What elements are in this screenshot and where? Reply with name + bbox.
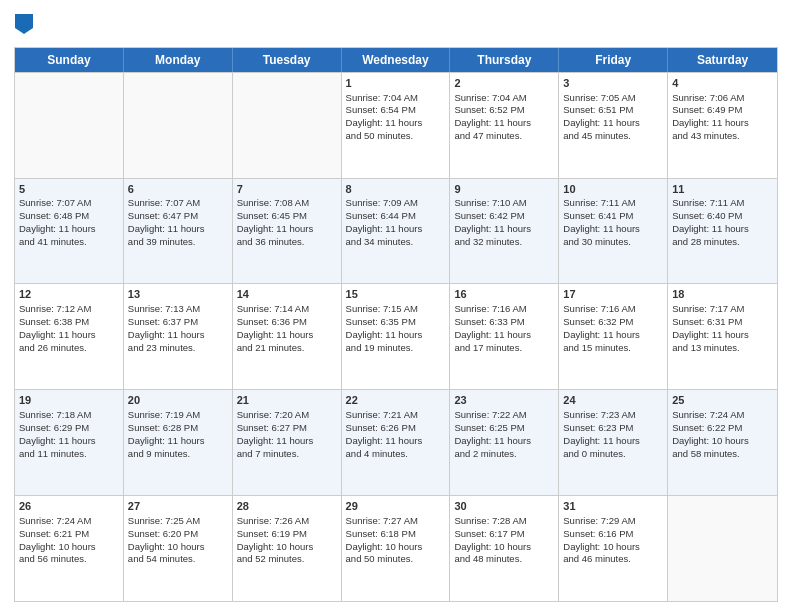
cal-cell: 11Sunrise: 7:11 AM Sunset: 6:40 PM Dayli…: [668, 179, 777, 284]
cal-cell: [15, 73, 124, 178]
day-info: Sunrise: 7:07 AM Sunset: 6:48 PM Dayligh…: [19, 197, 119, 248]
day-number: 22: [346, 393, 446, 408]
cal-cell: [124, 73, 233, 178]
day-info: Sunrise: 7:13 AM Sunset: 6:37 PM Dayligh…: [128, 303, 228, 354]
day-number: 3: [563, 76, 663, 91]
day-number: 13: [128, 287, 228, 302]
header-day-thursday: Thursday: [450, 48, 559, 72]
day-info: Sunrise: 7:04 AM Sunset: 6:52 PM Dayligh…: [454, 92, 554, 143]
svg-marker-0: [15, 14, 33, 34]
cal-cell: 18Sunrise: 7:17 AM Sunset: 6:31 PM Dayli…: [668, 284, 777, 389]
cal-cell: 14Sunrise: 7:14 AM Sunset: 6:36 PM Dayli…: [233, 284, 342, 389]
cal-cell: 2Sunrise: 7:04 AM Sunset: 6:52 PM Daylig…: [450, 73, 559, 178]
day-info: Sunrise: 7:27 AM Sunset: 6:18 PM Dayligh…: [346, 515, 446, 566]
cal-cell: 16Sunrise: 7:16 AM Sunset: 6:33 PM Dayli…: [450, 284, 559, 389]
cal-cell: 17Sunrise: 7:16 AM Sunset: 6:32 PM Dayli…: [559, 284, 668, 389]
calendar-body: 1Sunrise: 7:04 AM Sunset: 6:54 PM Daylig…: [15, 72, 777, 601]
day-number: 31: [563, 499, 663, 514]
day-info: Sunrise: 7:28 AM Sunset: 6:17 PM Dayligh…: [454, 515, 554, 566]
day-number: 9: [454, 182, 554, 197]
day-info: Sunrise: 7:25 AM Sunset: 6:20 PM Dayligh…: [128, 515, 228, 566]
day-info: Sunrise: 7:16 AM Sunset: 6:33 PM Dayligh…: [454, 303, 554, 354]
day-info: Sunrise: 7:14 AM Sunset: 6:36 PM Dayligh…: [237, 303, 337, 354]
day-number: 28: [237, 499, 337, 514]
day-info: Sunrise: 7:29 AM Sunset: 6:16 PM Dayligh…: [563, 515, 663, 566]
day-number: 10: [563, 182, 663, 197]
day-number: 30: [454, 499, 554, 514]
day-info: Sunrise: 7:11 AM Sunset: 6:40 PM Dayligh…: [672, 197, 773, 248]
day-number: 1: [346, 76, 446, 91]
page: SundayMondayTuesdayWednesdayThursdayFrid…: [0, 0, 792, 612]
cal-cell: 5Sunrise: 7:07 AM Sunset: 6:48 PM Daylig…: [15, 179, 124, 284]
cal-cell: 26Sunrise: 7:24 AM Sunset: 6:21 PM Dayli…: [15, 496, 124, 601]
day-number: 2: [454, 76, 554, 91]
cal-cell: 13Sunrise: 7:13 AM Sunset: 6:37 PM Dayli…: [124, 284, 233, 389]
logo-text: [14, 14, 33, 39]
day-info: Sunrise: 7:09 AM Sunset: 6:44 PM Dayligh…: [346, 197, 446, 248]
week-row-5: 26Sunrise: 7:24 AM Sunset: 6:21 PM Dayli…: [15, 495, 777, 601]
cal-cell: 25Sunrise: 7:24 AM Sunset: 6:22 PM Dayli…: [668, 390, 777, 495]
day-info: Sunrise: 7:15 AM Sunset: 6:35 PM Dayligh…: [346, 303, 446, 354]
cal-cell: 19Sunrise: 7:18 AM Sunset: 6:29 PM Dayli…: [15, 390, 124, 495]
header: [14, 10, 778, 39]
day-info: Sunrise: 7:07 AM Sunset: 6:47 PM Dayligh…: [128, 197, 228, 248]
day-info: Sunrise: 7:05 AM Sunset: 6:51 PM Dayligh…: [563, 92, 663, 143]
calendar-header: SundayMondayTuesdayWednesdayThursdayFrid…: [15, 48, 777, 72]
header-day-tuesday: Tuesday: [233, 48, 342, 72]
day-number: 27: [128, 499, 228, 514]
day-info: Sunrise: 7:20 AM Sunset: 6:27 PM Dayligh…: [237, 409, 337, 460]
day-number: 24: [563, 393, 663, 408]
day-number: 23: [454, 393, 554, 408]
day-info: Sunrise: 7:19 AM Sunset: 6:28 PM Dayligh…: [128, 409, 228, 460]
cal-cell: 31Sunrise: 7:29 AM Sunset: 6:16 PM Dayli…: [559, 496, 668, 601]
cal-cell: 6Sunrise: 7:07 AM Sunset: 6:47 PM Daylig…: [124, 179, 233, 284]
day-number: 25: [672, 393, 773, 408]
logo-icon: [15, 14, 33, 34]
week-row-3: 12Sunrise: 7:12 AM Sunset: 6:38 PM Dayli…: [15, 283, 777, 389]
day-number: 17: [563, 287, 663, 302]
day-info: Sunrise: 7:18 AM Sunset: 6:29 PM Dayligh…: [19, 409, 119, 460]
calendar: SundayMondayTuesdayWednesdayThursdayFrid…: [14, 47, 778, 602]
day-info: Sunrise: 7:22 AM Sunset: 6:25 PM Dayligh…: [454, 409, 554, 460]
header-day-friday: Friday: [559, 48, 668, 72]
day-number: 6: [128, 182, 228, 197]
day-number: 20: [128, 393, 228, 408]
cal-cell: 10Sunrise: 7:11 AM Sunset: 6:41 PM Dayli…: [559, 179, 668, 284]
day-info: Sunrise: 7:16 AM Sunset: 6:32 PM Dayligh…: [563, 303, 663, 354]
day-info: Sunrise: 7:08 AM Sunset: 6:45 PM Dayligh…: [237, 197, 337, 248]
day-info: Sunrise: 7:04 AM Sunset: 6:54 PM Dayligh…: [346, 92, 446, 143]
cal-cell: 23Sunrise: 7:22 AM Sunset: 6:25 PM Dayli…: [450, 390, 559, 495]
day-info: Sunrise: 7:24 AM Sunset: 6:22 PM Dayligh…: [672, 409, 773, 460]
week-row-1: 1Sunrise: 7:04 AM Sunset: 6:54 PM Daylig…: [15, 72, 777, 178]
header-day-monday: Monday: [124, 48, 233, 72]
cal-cell: 3Sunrise: 7:05 AM Sunset: 6:51 PM Daylig…: [559, 73, 668, 178]
day-number: 4: [672, 76, 773, 91]
day-number: 16: [454, 287, 554, 302]
day-info: Sunrise: 7:23 AM Sunset: 6:23 PM Dayligh…: [563, 409, 663, 460]
day-number: 12: [19, 287, 119, 302]
cal-cell: 9Sunrise: 7:10 AM Sunset: 6:42 PM Daylig…: [450, 179, 559, 284]
cal-cell: 24Sunrise: 7:23 AM Sunset: 6:23 PM Dayli…: [559, 390, 668, 495]
day-number: 11: [672, 182, 773, 197]
cal-cell: 22Sunrise: 7:21 AM Sunset: 6:26 PM Dayli…: [342, 390, 451, 495]
week-row-4: 19Sunrise: 7:18 AM Sunset: 6:29 PM Dayli…: [15, 389, 777, 495]
day-info: Sunrise: 7:12 AM Sunset: 6:38 PM Dayligh…: [19, 303, 119, 354]
day-number: 15: [346, 287, 446, 302]
day-info: Sunrise: 7:26 AM Sunset: 6:19 PM Dayligh…: [237, 515, 337, 566]
cal-cell: 8Sunrise: 7:09 AM Sunset: 6:44 PM Daylig…: [342, 179, 451, 284]
cal-cell: 28Sunrise: 7:26 AM Sunset: 6:19 PM Dayli…: [233, 496, 342, 601]
day-number: 18: [672, 287, 773, 302]
cal-cell: 27Sunrise: 7:25 AM Sunset: 6:20 PM Dayli…: [124, 496, 233, 601]
day-info: Sunrise: 7:17 AM Sunset: 6:31 PM Dayligh…: [672, 303, 773, 354]
day-number: 5: [19, 182, 119, 197]
day-number: 26: [19, 499, 119, 514]
logo: [14, 14, 33, 39]
day-info: Sunrise: 7:10 AM Sunset: 6:42 PM Dayligh…: [454, 197, 554, 248]
week-row-2: 5Sunrise: 7:07 AM Sunset: 6:48 PM Daylig…: [15, 178, 777, 284]
day-info: Sunrise: 7:06 AM Sunset: 6:49 PM Dayligh…: [672, 92, 773, 143]
day-number: 14: [237, 287, 337, 302]
cal-cell: 30Sunrise: 7:28 AM Sunset: 6:17 PM Dayli…: [450, 496, 559, 601]
day-number: 29: [346, 499, 446, 514]
day-number: 7: [237, 182, 337, 197]
cal-cell: 7Sunrise: 7:08 AM Sunset: 6:45 PM Daylig…: [233, 179, 342, 284]
